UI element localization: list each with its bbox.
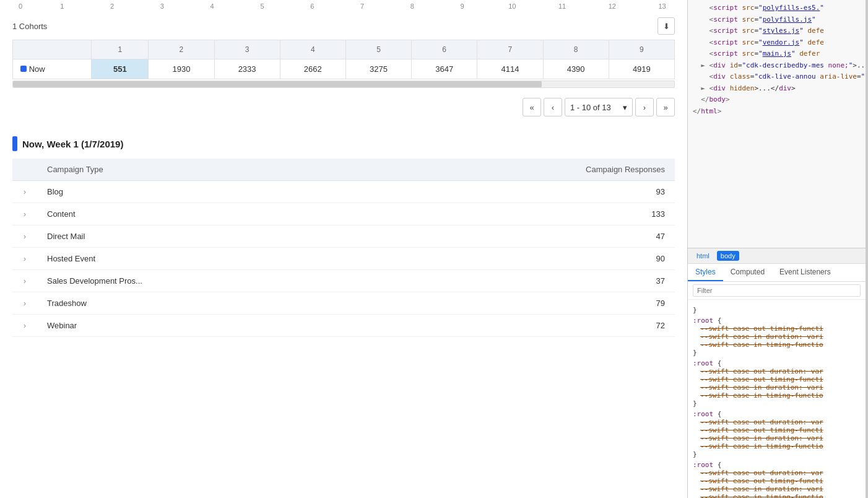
- styles-panel: } :root { --swift ease out timing-functi…: [688, 300, 866, 498]
- download-button[interactable]: ⬇: [658, 17, 675, 35]
- campaign-responses-cell-5: 79: [380, 292, 675, 315]
- breadcrumb-html[interactable]: html: [693, 251, 713, 261]
- devtools-breadcrumb: html body: [688, 248, 866, 264]
- expand-col-header: [12, 159, 37, 181]
- pagination-row: « ‹ 1 - 10 of 13 ▾ › »: [0, 88, 687, 126]
- campaign-type-cell-4: Sales Development Pros...: [37, 270, 380, 292]
- table-row: › Tradeshow 79: [12, 292, 675, 315]
- page-range-select[interactable]: 1 - 10 of 13 ▾: [565, 98, 633, 116]
- x-label-1: 1: [37, 2, 87, 10]
- expand-cell-5[interactable]: ›: [12, 292, 37, 315]
- x-label-2: 2: [87, 2, 137, 10]
- x-label-10: 10: [487, 2, 537, 10]
- cohort-row-now-label: Now: [13, 59, 92, 79]
- breadcrumb-body[interactable]: body: [717, 251, 739, 261]
- table-row: › Sales Development Pros... 37: [12, 270, 675, 292]
- campaign-responses-cell-6: 72: [380, 315, 675, 337]
- styles-filter-input[interactable]: [693, 284, 861, 297]
- cohort-col-6: 6: [412, 40, 477, 59]
- code-line-6: ► <div id="cdk-describedby-mes none;">..…: [693, 60, 861, 72]
- campaign-table: Campaign Type Campaign Responses › Blog …: [12, 159, 675, 337]
- prev-page-icon: ‹: [552, 103, 554, 112]
- devtools-bottom-panel: html body Styles Computed Event Listener…: [688, 248, 866, 498]
- cohort-col-8: 8: [543, 40, 609, 59]
- horizontal-scrollbar[interactable]: [12, 81, 675, 88]
- table-row: › Direct Mail 47: [12, 225, 675, 248]
- cohorts-count: 1 Cohorts: [12, 22, 47, 31]
- code-line-4: <script src="vendor.js" defe: [693, 37, 861, 49]
- campaign-type-cell-2: Direct Mail: [37, 225, 380, 248]
- cohort-col-label: [13, 40, 92, 59]
- cohort-col-9: 9: [609, 40, 674, 59]
- table-row: › Blog 93: [12, 181, 675, 203]
- code-line-9: </body>: [693, 94, 861, 106]
- x-label-12: 12: [587, 2, 637, 10]
- expand-cell-3[interactable]: ›: [12, 248, 37, 270]
- last-page-button[interactable]: »: [656, 98, 675, 116]
- campaign-responses-header: Campaign Responses: [380, 159, 675, 181]
- css-block-4: :root { --swift ease out duration: var -…: [693, 410, 861, 458]
- campaign-responses-cell-0: 93: [380, 181, 675, 203]
- campaign-type-cell-1: Content: [37, 203, 380, 225]
- code-line-3: <script src="styles.js" defe: [693, 25, 861, 37]
- cohort-col-7: 7: [477, 40, 543, 59]
- cohort-cell-7: 4390: [543, 59, 609, 79]
- cohort-cell-8: 4919: [609, 59, 674, 79]
- campaign-type-header: Campaign Type: [37, 159, 380, 181]
- now-dot: [20, 66, 27, 72]
- styles-filter-row: [688, 282, 866, 300]
- campaign-type-cell-5: Tradeshow: [37, 292, 380, 315]
- dropdown-arrow-icon: ▾: [623, 103, 627, 112]
- code-line-5: <script src="main.js" defer: [693, 48, 861, 60]
- x-label-5: 5: [237, 2, 287, 10]
- cohorts-header: 1 Cohorts ⬇: [0, 12, 687, 40]
- cohort-col-1: 1: [92, 40, 149, 59]
- campaign-responses-cell-2: 47: [380, 225, 675, 248]
- table-row: Now 551 1930 2333 2662 3275 3647 4114 43…: [13, 59, 675, 79]
- style-tabs-row: Styles Computed Event Listeners: [688, 264, 866, 282]
- section-title: Now, Week 1 (1/7/2019): [0, 126, 687, 159]
- code-line-8: ► <div hidden>...</div>: [693, 83, 861, 95]
- cohort-table-wrapper: 1 2 3 4 5 6 7 8 9 Now 551: [0, 40, 687, 88]
- campaign-type-cell-0: Blog: [37, 181, 380, 203]
- section-title-text: Now, Week 1 (1/7/2019): [22, 139, 123, 149]
- tab-event-listeners[interactable]: Event Listeners: [772, 264, 838, 281]
- x-label-6: 6: [287, 2, 337, 10]
- chart-x-axis: 0 1 2 3 4 5 6 7 8 9 10 11 12 13: [0, 0, 687, 12]
- x-label-8: 8: [387, 2, 437, 10]
- campaign-responses-cell-3: 90: [380, 248, 675, 270]
- tab-computed[interactable]: Computed: [723, 264, 772, 281]
- cohort-table: 1 2 3 4 5 6 7 8 9 Now 551: [12, 40, 675, 79]
- x-label-13: 13: [637, 2, 687, 10]
- prev-page-button[interactable]: ‹: [544, 98, 562, 116]
- css-block-1: }: [693, 306, 861, 314]
- css-block-3: :root { --swift ease out duration: var -…: [693, 359, 861, 408]
- first-page-button[interactable]: «: [523, 98, 541, 116]
- next-page-button[interactable]: ›: [635, 98, 654, 116]
- download-icon: ⬇: [663, 22, 670, 31]
- code-line-7: <div class="cdk-live-annou aria-live="po…: [693, 71, 861, 83]
- tab-styles[interactable]: Styles: [688, 264, 723, 281]
- cohort-cell-6: 4114: [477, 59, 543, 79]
- last-page-icon: »: [663, 103, 667, 112]
- cohort-col-3: 3: [214, 40, 280, 59]
- next-page-icon: ›: [643, 103, 646, 112]
- expand-cell-1[interactable]: ›: [12, 203, 37, 225]
- expand-cell-4[interactable]: ›: [12, 270, 37, 292]
- cohort-col-5: 5: [345, 40, 411, 59]
- cohort-cell-3: 2662: [280, 59, 345, 79]
- css-block-2: :root { --swift ease out timing-functi -…: [693, 317, 861, 357]
- x-label-7: 7: [337, 2, 388, 10]
- x-label-4: 4: [187, 2, 237, 10]
- cohort-cell-5: 3647: [412, 59, 477, 79]
- devtools-code-view: <script src="polyfills-es5." <script src…: [688, 0, 866, 248]
- expand-cell-6[interactable]: ›: [12, 315, 37, 337]
- expand-cell-2[interactable]: ›: [12, 225, 37, 248]
- css-block-5: :root { --swift ease out duration: var -…: [693, 461, 861, 498]
- table-row: › Content 133: [12, 203, 675, 225]
- code-line-2: <script src="polyfills.js": [693, 14, 861, 26]
- x-label-11: 11: [537, 2, 588, 10]
- code-line-1: <script src="polyfills-es5.": [693, 2, 861, 14]
- expand-cell-0[interactable]: ›: [12, 181, 37, 203]
- y-axis-zero: 0: [19, 2, 37, 10]
